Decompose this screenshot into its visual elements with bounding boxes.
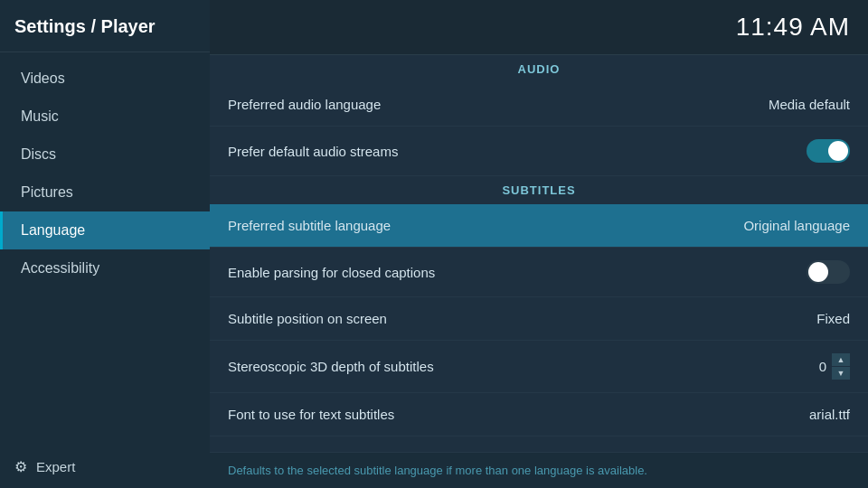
settings-row-font-text-subtitles[interactable]: Font to use for text subtitlesarial.ttf	[210, 393, 868, 436]
page-title: Settings / Player	[0, 0, 210, 52]
expert-label: Expert	[36, 459, 75, 474]
toggle-knob-prefer-default-audio-streams	[828, 141, 848, 161]
row-value-preferred-subtitle-language: Original language	[743, 218, 850, 233]
expert-button[interactable]: ⚙ Expert	[0, 446, 210, 488]
row-value-enable-parsing-closed-captions[interactable]	[807, 260, 850, 284]
settings-row-preferred-subtitle-language[interactable]: Preferred subtitle languageOriginal lang…	[210, 204, 868, 248]
spinner-up-stereoscopic-3d-depth[interactable]: ▲	[832, 353, 850, 366]
settings-row-stereoscopic-3d-depth[interactable]: Stereoscopic 3D depth of subtitles0▲▼	[210, 341, 868, 393]
sidebar-item-videos[interactable]: Videos	[0, 60, 210, 98]
sidebar-item-language[interactable]: Language	[0, 211, 210, 249]
row-value-font-text-subtitles: arial.ttf	[809, 407, 850, 422]
top-bar: 11:49 AM	[210, 0, 868, 55]
gear-icon: ⚙	[14, 458, 27, 475]
clock: 11:49 AM	[736, 13, 850, 42]
settings-row-character-set[interactable]: - Character setDefault	[210, 436, 868, 452]
sidebar-item-pictures[interactable]: Pictures	[0, 174, 210, 211]
row-label-font-text-subtitles: Font to use for text subtitles	[228, 407, 394, 422]
spinner-arrows-stereoscopic-3d-depth[interactable]: ▲▼	[832, 353, 850, 380]
row-value-stereoscopic-3d-depth[interactable]: 0▲▼	[819, 353, 850, 380]
row-label-enable-parsing-closed-captions: Enable parsing for closed captions	[228, 265, 435, 280]
row-label-preferred-subtitle-language: Preferred subtitle language	[228, 218, 391, 233]
row-label-stereoscopic-3d-depth: Stereoscopic 3D depth of subtitles	[228, 359, 434, 374]
row-value-subtitle-position: Fixed	[816, 311, 850, 326]
sidebar: Settings / Player VideosMusicDiscsPictur…	[0, 0, 210, 488]
sidebar-item-discs[interactable]: Discs	[0, 136, 210, 174]
spinner-stereoscopic-3d-depth[interactable]: 0▲▼	[819, 353, 850, 380]
row-value-prefer-default-audio-streams[interactable]	[807, 139, 850, 163]
toggle-prefer-default-audio-streams[interactable]	[807, 139, 850, 163]
settings-row-prefer-default-audio-streams[interactable]: Prefer default audio streams	[210, 127, 868, 176]
row-label-prefer-default-audio-streams: Prefer default audio streams	[228, 144, 398, 159]
section-header-subtitles: Subtitles	[210, 176, 868, 204]
sidebar-nav: VideosMusicDiscsPicturesLanguageAccessib…	[0, 52, 210, 446]
sidebar-item-music[interactable]: Music	[0, 98, 210, 136]
spinner-down-stereoscopic-3d-depth[interactable]: ▼	[832, 367, 850, 380]
settings-list: AudioPreferred audio languageMedia defau…	[210, 55, 868, 452]
row-value-preferred-audio-language: Media default	[769, 97, 850, 112]
spinner-value-stereoscopic-3d-depth: 0	[819, 359, 826, 374]
settings-row-subtitle-position[interactable]: Subtitle position on screenFixed	[210, 297, 868, 341]
row-label-preferred-audio-language: Preferred audio language	[228, 97, 381, 112]
row-label-subtitle-position: Subtitle position on screen	[228, 311, 387, 326]
settings-row-preferred-audio-language[interactable]: Preferred audio languageMedia default	[210, 83, 868, 127]
sidebar-item-accessibility[interactable]: Accessibility	[0, 249, 210, 287]
section-header-audio: Audio	[210, 55, 868, 83]
settings-row-enable-parsing-closed-captions[interactable]: Enable parsing for closed captions	[210, 248, 868, 297]
toggle-knob-enable-parsing-closed-captions	[808, 262, 828, 282]
footer-note: Defaults to the selected subtitle langua…	[210, 452, 868, 488]
toggle-enable-parsing-closed-captions[interactable]	[807, 260, 850, 284]
main-content: 11:49 AM AudioPreferred audio languageMe…	[210, 0, 868, 488]
